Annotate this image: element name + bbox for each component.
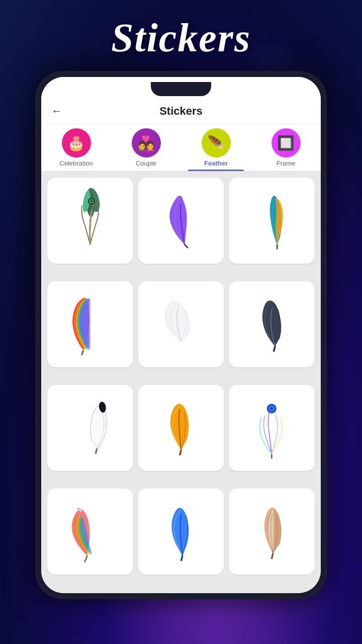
svg-line-6 [185, 245, 188, 248]
sticker-beige[interactable] [229, 489, 315, 575]
svg-point-15 [270, 407, 273, 410]
back-button[interactable]: ← [51, 105, 62, 118]
tab-celebration[interactable]: 🎂 Celebration [41, 128, 111, 171]
tab-celebration-icon: 🎂 [62, 128, 91, 157]
sticker-teal-orange[interactable] [229, 178, 315, 264]
svg-line-11 [96, 448, 97, 454]
svg-line-12 [179, 450, 181, 455]
sticker-rainbow[interactable] [47, 281, 133, 367]
sticker-white[interactable] [138, 281, 224, 367]
svg-line-18 [181, 555, 183, 561]
tab-feather-label: Feather [204, 159, 228, 167]
sticker-black-white[interactable] [47, 385, 133, 471]
sticker-colorful-pen[interactable] [47, 489, 133, 575]
sticker-peacock[interactable] [47, 178, 133, 264]
phone-frame: ← Stickers 🎂 Celebration 💑 Couple 🪶 Feat… [35, 71, 327, 599]
tab-frame[interactable]: 🔲 Frame [251, 128, 321, 171]
sticker-dark[interactable] [229, 281, 315, 367]
sticker-peacock-eye[interactable] [229, 385, 315, 471]
svg-line-9 [274, 346, 276, 352]
tab-feather[interactable]: 🪶 Feather [181, 128, 251, 171]
category-tabs: 🎂 Celebration 💑 Couple 🪶 Feather 🔲 Frame [41, 124, 321, 172]
app-title: Stickers [111, 15, 251, 61]
phone-screen: ← Stickers 🎂 Celebration 💑 Couple 🪶 Feat… [41, 77, 321, 593]
sticker-orange[interactable] [138, 385, 224, 471]
notch [151, 82, 211, 96]
tab-frame-icon: 🔲 [272, 128, 301, 157]
sticker-grid [41, 172, 321, 593]
sticker-blue[interactable] [138, 489, 224, 575]
tab-feather-icon: 🪶 [202, 128, 231, 157]
svg-line-17 [84, 555, 87, 562]
tab-frame-label: Frame [277, 159, 296, 167]
tab-celebration-label: Celebration [59, 159, 93, 167]
svg-line-8 [82, 350, 83, 355]
svg-line-19 [272, 553, 274, 559]
sticker-purple[interactable] [138, 178, 224, 264]
tab-couple[interactable]: 💑 Couple [111, 128, 181, 171]
screen-title: Stickers [159, 105, 203, 118]
tab-couple-icon: 💑 [132, 128, 161, 157]
tab-couple-label: Couple [136, 159, 156, 167]
svg-point-5 [90, 200, 93, 202]
